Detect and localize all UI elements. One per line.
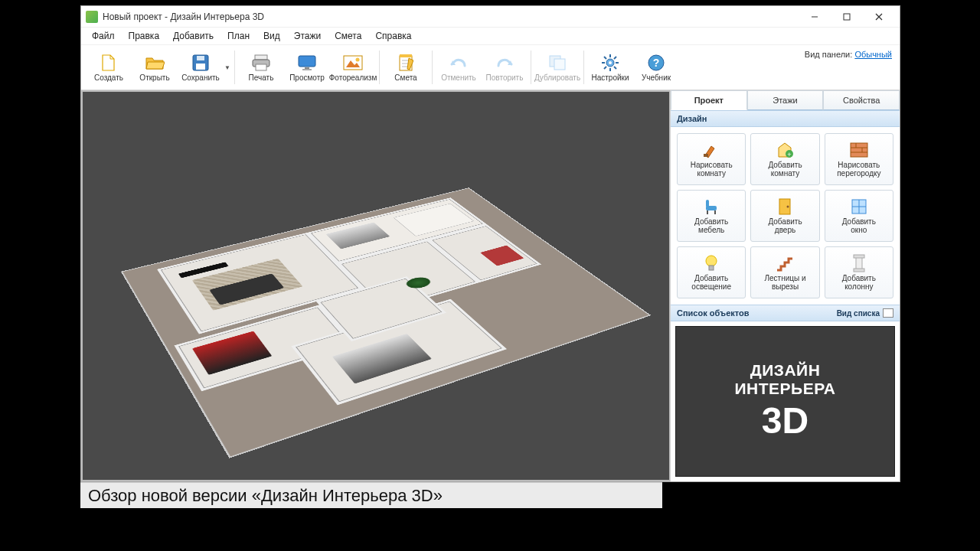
svg-rect-46 xyxy=(706,200,709,207)
tab-floors[interactable]: Этажи xyxy=(747,90,824,110)
panel-view-label: Вид панели: Обычный xyxy=(805,50,892,59)
svg-rect-5 xyxy=(196,64,205,70)
menu-help[interactable]: Справка xyxy=(369,29,417,43)
window-icon xyxy=(849,197,869,216)
stairs-icon xyxy=(775,254,795,272)
design-draw-partition[interactable]: Нарисоватьперегородку xyxy=(825,133,893,185)
folder-open-icon xyxy=(144,54,165,72)
design-grid: Нарисоватькомнату+ДобавитькомнатуНарисов… xyxy=(671,127,900,305)
svg-rect-10 xyxy=(299,56,315,67)
design-add-stairs[interactable]: Лестницы ивырезы xyxy=(750,246,819,298)
svg-rect-37 xyxy=(704,154,708,157)
svg-line-30 xyxy=(604,57,606,59)
svg-text:+: + xyxy=(788,151,792,158)
tab-project[interactable]: Проект xyxy=(671,90,747,110)
svg-rect-9 xyxy=(256,64,266,70)
svg-rect-17 xyxy=(400,54,412,57)
tool-preview[interactable]: Просмотр xyxy=(284,47,330,88)
menubar: Файл Правка Добавить План Вид Этажи Смет… xyxy=(81,28,900,44)
tool-redo[interactable]: Повторить xyxy=(482,47,528,88)
svg-rect-12 xyxy=(302,69,312,70)
design-add-window[interactable]: Добавитьокно xyxy=(825,190,893,242)
tool-save[interactable]: Сохранить xyxy=(178,47,224,88)
bricks-icon xyxy=(849,141,869,159)
app-icon xyxy=(86,11,98,23)
menu-view[interactable]: Вид xyxy=(257,29,286,43)
design-add-furniture[interactable]: Добавитьмебель xyxy=(677,190,746,242)
svg-rect-6 xyxy=(197,56,204,60)
panel-view-link[interactable]: Обычный xyxy=(854,50,892,59)
close-button[interactable] xyxy=(863,7,895,27)
svg-rect-1 xyxy=(844,14,850,20)
svg-rect-58 xyxy=(854,269,864,272)
separator xyxy=(583,51,584,84)
svg-line-31 xyxy=(614,67,616,69)
design-add-column[interactable]: Добавитьколонну xyxy=(825,246,893,298)
svg-rect-11 xyxy=(305,67,309,69)
maximize-button[interactable] xyxy=(831,7,863,27)
video-caption: Обзор новой версии «Дизайн Интерьера 3D» xyxy=(80,482,662,508)
save-icon xyxy=(190,54,211,72)
svg-text:?: ? xyxy=(653,57,660,69)
tab-properties[interactable]: Свойства xyxy=(823,90,900,110)
svg-line-33 xyxy=(604,67,606,69)
titlebar: Новый проект - Дизайн Интерьера 3D xyxy=(81,6,900,28)
undo-icon xyxy=(448,54,469,72)
svg-point-50 xyxy=(787,205,789,207)
svg-point-15 xyxy=(356,57,360,61)
design-add-door[interactable]: Добавитьдверь xyxy=(750,190,819,242)
toolbar: Создать Открыть Сохранить ▼ Печать Просм… xyxy=(81,44,900,90)
design-add-room[interactable]: +Добавитькомнату xyxy=(750,133,819,185)
design-add-light[interactable]: Добавитьосвещение xyxy=(677,246,746,298)
section-design-header: Дизайн xyxy=(671,110,900,127)
separator xyxy=(379,51,380,84)
viewport-3d[interactable] xyxy=(81,90,670,481)
tool-estimate[interactable]: Смета xyxy=(383,47,429,88)
menu-edit[interactable]: Правка xyxy=(122,29,166,43)
svg-point-54 xyxy=(706,256,717,266)
separator xyxy=(234,51,235,84)
svg-rect-7 xyxy=(255,55,267,60)
menu-estimate[interactable]: Смета xyxy=(328,29,368,43)
menu-add[interactable]: Добавить xyxy=(167,29,220,43)
svg-rect-13 xyxy=(344,56,362,70)
room-plus-icon: + xyxy=(775,141,795,159)
printer-icon xyxy=(250,54,272,72)
section-objects-header: Список объектов Вид списка xyxy=(671,305,900,321)
tool-duplicate[interactable]: Дублировать xyxy=(534,47,580,88)
tool-manual[interactable]: ? Учебник xyxy=(633,47,679,88)
svg-rect-57 xyxy=(854,255,864,258)
window-title: Новый проект - Дизайн Интерьера 3D xyxy=(103,11,799,22)
bulb-icon xyxy=(701,254,721,272)
separator xyxy=(531,51,531,84)
separator xyxy=(432,51,433,84)
minimize-button[interactable] xyxy=(799,7,831,27)
svg-rect-56 xyxy=(856,257,862,269)
menu-floors[interactable]: Этажи xyxy=(288,29,327,43)
duplicate-icon xyxy=(547,54,568,72)
side-panel: Проект Этажи Свойства Дизайн Нарисоватьк… xyxy=(670,90,900,481)
list-view-toggle[interactable]: Вид списка xyxy=(837,308,893,318)
chair-icon xyxy=(701,197,721,216)
tool-photoreal[interactable]: Фотореализм xyxy=(330,47,376,88)
gear-icon xyxy=(599,54,621,72)
svg-line-32 xyxy=(614,57,616,59)
menu-plan[interactable]: План xyxy=(221,29,256,43)
tool-create[interactable]: Создать xyxy=(86,47,132,88)
promo-banner: ДИЗАЙН ИНТЕРЬЕРА 3D xyxy=(675,326,895,477)
brush-icon xyxy=(701,141,721,159)
tool-settings[interactable]: Настройки xyxy=(587,47,633,88)
floor-plan-model xyxy=(121,187,652,458)
tool-open[interactable]: Открыть xyxy=(132,47,178,88)
svg-rect-24 xyxy=(554,59,565,70)
new-file-icon xyxy=(98,54,119,72)
notepad-icon xyxy=(395,54,416,72)
save-dropdown[interactable]: ▼ xyxy=(224,64,231,71)
tool-print[interactable]: Печать xyxy=(238,47,284,88)
column-icon xyxy=(849,254,869,272)
design-draw-room[interactable]: Нарисоватькомнату xyxy=(677,133,746,185)
tool-undo[interactable]: Отменить xyxy=(436,47,482,88)
menu-file[interactable]: Файл xyxy=(86,29,121,43)
svg-rect-40 xyxy=(851,143,867,157)
redo-icon xyxy=(494,54,515,72)
